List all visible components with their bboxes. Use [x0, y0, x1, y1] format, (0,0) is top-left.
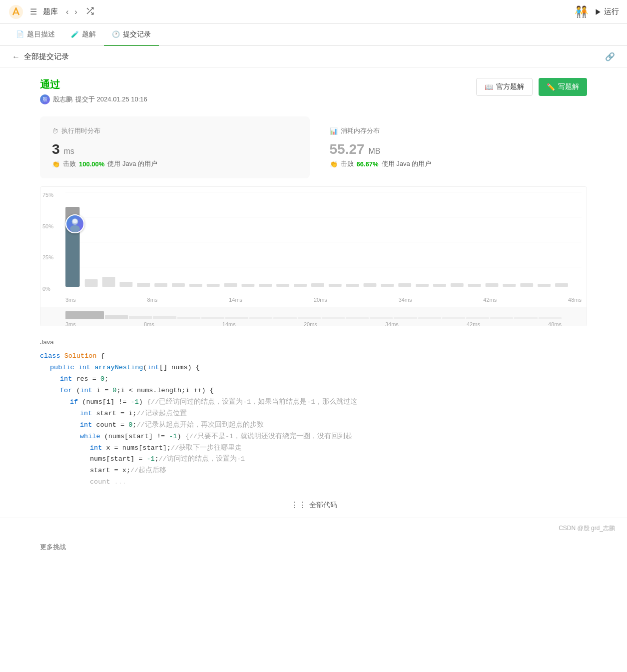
official-solution-icon: 📖 [485, 83, 493, 91]
chart-section: 75% 50% 25% 0% [0, 178, 627, 326]
stats-section: ⏱ 执行用时分布 3 ms 👏 击败 100.00% 使用 Java 的用户 📊… [0, 104, 627, 178]
svg-rect-13 [242, 284, 255, 287]
beat-pct-time: 100.00% [79, 160, 104, 168]
submissions-tab-label: 提交记录 [123, 30, 151, 39]
svg-rect-3 [65, 227, 79, 287]
official-solution-button[interactable]: 📖 官方题解 [476, 78, 533, 96]
beat-hand-icon-time: 👏 [52, 160, 60, 168]
code-line-12: count ... [90, 477, 587, 488]
svg-rect-8 [154, 283, 167, 287]
nav-arrows: ‹ › [64, 5, 79, 18]
svg-rect-14 [259, 284, 272, 287]
beat-pct-mem: 66.67% [357, 160, 379, 168]
code-line-1: class Solution { [40, 351, 587, 362]
nav-left: ☰ 题库 ‹ › [8, 4, 94, 20]
chart-main: 75% 50% 25% 0% [40, 187, 587, 307]
code-line-4: for ( int i = 0 ;i < nums.length;i ++) { [60, 385, 587, 397]
write-solution-button[interactable]: ✏️ 写题解 [539, 78, 587, 96]
status-meta: 殷 殷志鹏 提交于 2024.01.25 10:16 [40, 94, 147, 104]
topic-bank-label[interactable]: 题库 [43, 7, 58, 16]
challenges-label: 更多挑战 [40, 543, 66, 551]
mem-beat-detail: 👏 击败 66.67% 使用 Java 的用户 [330, 159, 576, 168]
svg-point-0 [9, 5, 23, 19]
breadcrumb-row: ← 全部提交记录 🔗 [0, 46, 627, 68]
back-button[interactable]: ← [12, 52, 20, 61]
avatar: 殷 [40, 94, 50, 104]
solution-tab-icon: 🧪 [71, 30, 79, 38]
svg-rect-16 [294, 284, 307, 287]
svg-rect-12 [224, 283, 237, 287]
chart-bars-svg [65, 202, 582, 287]
logo-icon[interactable] [8, 4, 24, 20]
svg-rect-5 [102, 277, 115, 287]
time-value: 3 [52, 141, 60, 157]
code-section: Java class Solution { public int arrayNe… [0, 326, 627, 518]
tab-bar: 📄 题目描述 🧪 题解 🕐 提交记录 [0, 24, 627, 46]
page-content: ← 全部提交记录 🔗 通过 殷 殷志鹏 提交于 2024.01.25 10:16… [0, 46, 627, 672]
solution-tab-label: 题解 [82, 30, 96, 39]
code-line-2: public int arrayNesting ( int [] nums) { [50, 362, 587, 374]
footer-credit: CSDN @殷 grd_志鹏 [559, 524, 615, 533]
minimap-labels: 3ms 8ms 14ms 20ms 34ms 42ms 48ms [65, 321, 562, 327]
next-button[interactable]: › [72, 5, 79, 18]
mem-value-row: 55.27 MB [330, 141, 576, 157]
top-navigation: ☰ 题库 ‹ › 🧑‍🤝‍🧑 运行 [0, 0, 627, 24]
svg-rect-9 [172, 283, 185, 287]
beat-suffix-mem: 使用 Java 的用户 [382, 159, 432, 168]
mem-icon: 📊 [330, 127, 338, 135]
shuffle-button[interactable] [85, 6, 94, 17]
code-line-6: int start = i; //记录起点位置 [80, 408, 587, 420]
svg-rect-7 [137, 283, 150, 287]
time-card-label: 执行用时分布 [61, 126, 100, 135]
svg-rect-24 [433, 284, 446, 287]
svg-rect-27 [486, 283, 499, 287]
run-button[interactable]: 运行 [594, 7, 619, 16]
svg-marker-1 [596, 9, 601, 15]
time-stat-card: ⏱ 执行用时分布 3 ms 👏 击败 100.00% 使用 Java 的用户 [40, 116, 310, 178]
svg-rect-19 [346, 284, 359, 287]
beat-suffix-time: 使用 Java 的用户 [107, 159, 157, 168]
mem-value: 55.27 [330, 141, 365, 157]
status-info: 通过 殷 殷志鹏 提交于 2024.01.25 10:16 [40, 78, 147, 104]
status-section: 通过 殷 殷志鹏 提交于 2024.01.25 10:16 📖 官方题解 ✏️ … [0, 68, 627, 104]
beat-hand-icon-mem: 👏 [330, 160, 338, 168]
mem-card-label: 消耗内存分布 [341, 126, 380, 135]
svg-rect-11 [207, 284, 220, 287]
code-line-5: if (nums[i] != -1 ) {//已经访问过的结点，设置为-1，如果… [70, 397, 587, 408]
svg-rect-15 [276, 284, 289, 287]
code-line-3: int res = 0 ; [60, 374, 587, 385]
tab-solution[interactable]: 🧪 题解 [63, 24, 104, 46]
svg-rect-6 [119, 282, 132, 287]
prev-button[interactable]: ‹ [64, 5, 70, 18]
status-result: 通过 [40, 78, 147, 91]
svg-rect-23 [416, 284, 429, 287]
link-icon[interactable]: 🔗 [605, 52, 615, 61]
user-avatar-icon: 🧑‍🤝‍🧑 [575, 5, 588, 18]
tab-submissions[interactable]: 🕐 提交记录 [104, 24, 159, 46]
svg-point-34 [73, 219, 77, 223]
tab-description[interactable]: 📄 题目描述 [8, 24, 63, 46]
svg-rect-17 [311, 283, 324, 287]
breadcrumb-text: 全部提交记录 [24, 52, 69, 61]
code-line-9: int x = nums[start]; //获取下一步往哪里走 [90, 443, 587, 454]
mem-card-header: 📊 消耗内存分布 [330, 126, 576, 135]
code-line-8: while (nums[start] != -1 ) {//只要不是-1，就说明… [80, 431, 587, 443]
submitter-name: 殷志鹏 [53, 95, 72, 104]
time-unit: ms [63, 147, 74, 155]
page-footer: CSDN @殷 grd_志鹏 [0, 518, 627, 539]
show-all-code-button[interactable]: ⋮⋮ 全部代码 [40, 492, 587, 518]
topic-bank-icon: ☰ [30, 7, 37, 16]
show-all-label: 全部代码 [309, 501, 337, 510]
svg-rect-4 [85, 279, 98, 287]
user-marker [65, 214, 84, 233]
beat-text-time: 击败 [63, 159, 76, 168]
chart-minimap: 3ms 8ms 14ms 20ms 34ms 42ms 48ms [40, 307, 587, 326]
breadcrumb: ← 全部提交记录 [12, 52, 69, 61]
show-all-icon: ⋮⋮ [290, 500, 306, 510]
run-label: 运行 [604, 7, 619, 16]
mem-unit: MB [368, 147, 380, 155]
nav-right: 🧑‍🤝‍🧑 运行 [575, 5, 619, 18]
submissions-tab-icon: 🕐 [112, 30, 120, 38]
svg-rect-21 [381, 284, 394, 287]
write-solution-label: 写题解 [558, 82, 579, 91]
